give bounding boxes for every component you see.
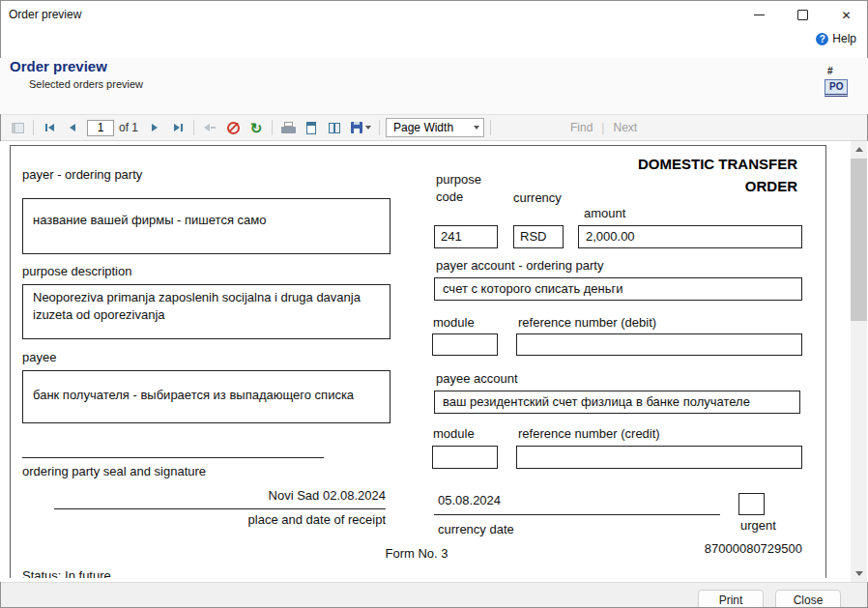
- document-map-icon: [6, 118, 29, 138]
- page-subtitle: Selected orders preview: [29, 78, 868, 90]
- last-page-button[interactable]: [166, 118, 189, 138]
- urgent-checkbox: [738, 493, 765, 515]
- last-page-icon: [181, 124, 183, 131]
- back-arrow-icon: [204, 124, 210, 131]
- report-toolbar: of 1 Page Width Find | Next: [0, 114, 868, 141]
- toolbar-separator: [193, 120, 194, 135]
- purpose-code-label: purpose code: [436, 171, 492, 206]
- place-date-line: [54, 508, 386, 509]
- first-page-button[interactable]: [38, 118, 61, 138]
- scroll-down-button[interactable]: [851, 565, 867, 582]
- po-label: PO: [825, 79, 848, 97]
- place-date-value: Novi Sad 02.08.2024: [54, 488, 386, 503]
- print-layout-button[interactable]: [300, 118, 323, 138]
- urgent-label: urgent: [740, 518, 776, 533]
- stop-icon: [227, 122, 240, 134]
- next-page-button[interactable]: [143, 118, 166, 138]
- form-title-line1: DOMESTIC TRANSFER: [565, 153, 797, 175]
- amount-label: amount: [584, 206, 625, 220]
- module-credit-box: [432, 446, 498, 469]
- previous-page-button[interactable]: [61, 118, 84, 138]
- toolbar-separator: [272, 120, 273, 135]
- page-setup-icon: [329, 123, 340, 133]
- close-dialog-button[interactable]: Close: [775, 590, 841, 608]
- po-icon: # PO: [825, 66, 855, 97]
- payee-account-box: ваш резидентский счет физлица в банке по…: [434, 391, 800, 414]
- previous-page-icon: [70, 124, 75, 131]
- first-page-icon: [45, 124, 47, 131]
- currency-box: RSD: [513, 225, 564, 248]
- refresh-icon: [250, 121, 263, 135]
- scroll-thumb[interactable]: [851, 159, 867, 321]
- reference-debit-box: [516, 333, 802, 356]
- refresh-button[interactable]: [245, 118, 268, 138]
- export-button[interactable]: [346, 118, 375, 138]
- zoom-dropdown-icon: [474, 126, 479, 130]
- scroll-down-icon: [855, 571, 863, 576]
- reference-credit-label: reference number (credit): [518, 426, 660, 441]
- payer-account-label: payer account - ordering party: [436, 258, 603, 273]
- back-arrow-tail: [211, 127, 216, 129]
- window-controls: [738, 0, 868, 29]
- form-number: Form No. 3: [339, 546, 494, 561]
- reference-debit-label: reference number (debit): [518, 315, 656, 330]
- currency-date-line: [434, 514, 720, 515]
- next-page-icon: [152, 124, 158, 131]
- seal-signature-label: ordering party seal and signature: [22, 464, 206, 478]
- export-dropdown-icon: [365, 126, 371, 130]
- form-title-line2: ORDER: [565, 175, 797, 197]
- page-header: Order preview Selected orders preview # …: [0, 58, 868, 114]
- maximize-icon: [797, 10, 808, 20]
- scroll-up-button[interactable]: [851, 141, 867, 158]
- scroll-up-icon: [855, 147, 863, 152]
- payee-account-label: payee account: [436, 371, 518, 386]
- reference-credit-box: [516, 446, 802, 469]
- order-preview-window: Order preview Help Order preview Selecte…: [0, 0, 868, 608]
- last-page-arrow-icon: [174, 124, 180, 131]
- page-title: Order preview: [10, 58, 868, 74]
- page-number-input[interactable]: [87, 120, 114, 136]
- payee-value-box: банк получателя - выбирается из выпадающ…: [22, 370, 391, 423]
- print-button[interactable]: Print: [698, 590, 764, 608]
- zoom-select[interactable]: Page Width: [386, 118, 484, 137]
- payer-value-box: название вашей фирмы - пишется само: [22, 198, 391, 254]
- minimize-icon: [754, 14, 765, 15]
- titlebar: Order preview: [0, 0, 868, 29]
- transfer-order-form: payer - ordering party название вашей фи…: [10, 145, 826, 578]
- purpose-code-box: 241: [434, 225, 498, 248]
- save-export-icon: [351, 122, 362, 133]
- toolbar-separator: [33, 120, 34, 135]
- back-to-parent-button: [198, 118, 221, 138]
- vertical-scrollbar[interactable]: [851, 141, 867, 582]
- print-layout-icon: [306, 122, 316, 134]
- page-setup-button[interactable]: [323, 118, 346, 138]
- help-icon: [816, 33, 828, 45]
- document-map-glyph: [12, 123, 24, 133]
- purpose-description-box: Neoporeziva primanja zaposlenih socijaln…: [22, 284, 391, 339]
- help-link[interactable]: Help: [832, 32, 856, 45]
- payer-label: payer - ordering party: [22, 167, 142, 182]
- minimize-button[interactable]: [738, 0, 781, 29]
- module-debit-label: module: [433, 315, 475, 330]
- payee-label: payee: [22, 350, 56, 364]
- next-link: Next: [613, 121, 637, 134]
- toolbar-separator: [379, 120, 380, 135]
- maximize-button[interactable]: [781, 0, 825, 29]
- po-hash: #: [827, 66, 855, 76]
- currency-date-label: currency date: [438, 522, 514, 536]
- dialog-footer: Print Close: [0, 582, 868, 608]
- zoom-value: Page Width: [393, 121, 453, 134]
- module-debit-box: [432, 333, 498, 356]
- order-number: 87000080729500: [609, 541, 802, 556]
- form-title: DOMESTIC TRANSFER ORDER: [565, 153, 797, 198]
- seal-signature-line: [22, 457, 324, 458]
- help-row: Help: [0, 29, 868, 48]
- module-credit-label: module: [433, 426, 475, 441]
- find-next-divider: |: [601, 121, 604, 134]
- amount-box: 2,000.00: [578, 225, 802, 248]
- close-button[interactable]: [825, 0, 868, 29]
- print-toolbar-button[interactable]: [276, 118, 300, 138]
- toolbar-separator: [490, 120, 491, 135]
- stop-button[interactable]: [221, 118, 245, 138]
- currency-label: currency: [513, 190, 562, 205]
